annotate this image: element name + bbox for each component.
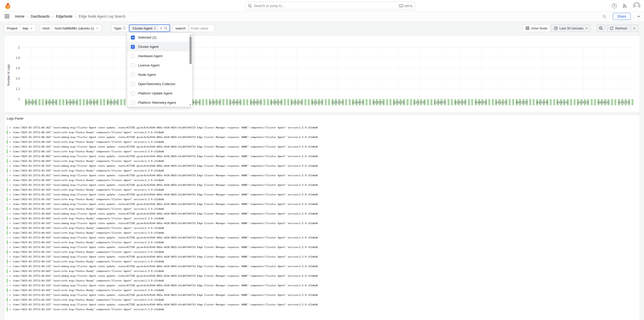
expand-chevron-icon[interactable]: > — [9, 188, 13, 191]
expand-chevron-icon[interactable]: > — [9, 227, 13, 229]
refresh-interval-chevron-icon[interactable] — [633, 27, 636, 30]
log-row[interactable]: >time="2025-03-25T13:05:24Z" level=info … — [7, 197, 638, 202]
expand-chevron-icon[interactable]: > — [9, 308, 13, 311]
checkbox-icon[interactable] — [131, 63, 135, 67]
checkbox-icon[interactable] — [131, 82, 135, 86]
search-input[interactable] — [254, 4, 397, 8]
log-row[interactable]: >time="2025-03-25T13:03:34Z" level=info … — [7, 297, 638, 302]
type-multiselect[interactable]: Cluster Agent × × — [129, 24, 170, 32]
dropdown-option[interactable]: License Agent — [127, 61, 192, 70]
search-value-input[interactable] — [189, 24, 215, 32]
expand-chevron-icon[interactable]: > — [9, 145, 13, 148]
scroll-up-icon[interactable]: ▲ — [189, 34, 191, 36]
share-button[interactable]: Share — [613, 13, 631, 20]
project-select[interactable]: itep — [20, 24, 36, 32]
expand-chevron-icon[interactable]: > — [9, 231, 13, 234]
global-search[interactable]: ctrl+k — [245, 2, 415, 10]
dropdown-option[interactable]: Node Agent — [127, 70, 192, 79]
log-row[interactable]: >time="2025-03-25T13:04:34Z" level=info … — [7, 240, 638, 245]
tag-remove-icon[interactable]: × — [154, 26, 156, 30]
expand-chevron-icon[interactable]: > — [9, 236, 13, 239]
expand-chevron-icon[interactable]: > — [9, 222, 13, 225]
log-row[interactable]: >time="2025-03-25T13:05:44Z" level=info … — [7, 178, 638, 183]
log-row[interactable]: >time="2025-03-25T13:06:26Z" level=debug… — [7, 135, 638, 139]
expand-chevron-icon[interactable]: > — [9, 126, 13, 129]
expand-chevron-icon[interactable]: > — [9, 294, 13, 296]
expand-chevron-icon[interactable]: > — [9, 136, 13, 138]
zoom-out-button[interactable] — [597, 24, 605, 32]
scroll-down-icon[interactable]: ▼ — [189, 104, 191, 106]
log-row[interactable]: >time="2025-03-25T13:06:14Z" level=info … — [7, 149, 638, 154]
log-row[interactable]: >time="2025-03-25T13:05:34Z" level=info … — [7, 187, 638, 192]
log-row[interactable]: >time="2025-03-25T13:03:42Z" level=debug… — [7, 293, 638, 297]
log-row[interactable]: >time="2025-03-25T13:04:23Z" level=debug… — [7, 254, 638, 259]
expand-chevron-icon[interactable]: > — [9, 169, 13, 172]
log-row[interactable]: >time="2025-03-25T13:04:03Z" level=debug… — [7, 273, 638, 278]
log-row[interactable]: >time="2025-03-25T13:06:06Z" level=debug… — [7, 154, 638, 159]
log-row[interactable]: >time="2025-03-25T13:04:24Z" level=info … — [7, 250, 638, 254]
dropdown-header-selected[interactable]: Selected (1) — [127, 33, 192, 42]
log-row[interactable]: >time="2025-03-25T13:03:53Z" level=debug… — [7, 283, 638, 288]
collapse-chevron-up-icon[interactable] — [637, 15, 640, 18]
checkbox-icon[interactable] — [131, 54, 135, 58]
expand-chevron-icon[interactable]: > — [9, 284, 13, 287]
expand-chevron-icon[interactable]: > — [9, 298, 13, 301]
breadcrumb-item[interactable]: Home — [15, 14, 24, 18]
log-row[interactable]: >time="2025-03-25T13:04:14Z" level=info … — [7, 259, 638, 264]
log-row[interactable]: >time="2025-03-25T13:04:33Z" level=debug… — [7, 245, 638, 250]
expand-chevron-icon[interactable]: > — [9, 265, 13, 268]
log-row[interactable]: >time="2025-03-25T13:04:44Z" level=info … — [7, 230, 638, 235]
grafana-logo-icon[interactable] — [5, 2, 12, 10]
log-row[interactable]: >time="2025-03-25T13:06:34Z" level=info … — [7, 130, 638, 135]
expand-chevron-icon[interactable]: > — [9, 140, 13, 143]
news-rss-icon[interactable] — [622, 3, 627, 8]
dropdown-option[interactable]: Cluster Agent — [127, 42, 192, 51]
host-select[interactable]: host-0a86b86c (ubuntu-1) — [52, 24, 101, 32]
expand-chevron-icon[interactable]: > — [9, 279, 13, 282]
clear-all-icon[interactable]: × — [160, 26, 162, 30]
log-row[interactable]: >time="2025-03-25T13:06:24Z" level=info … — [7, 139, 638, 144]
expand-chevron-icon[interactable]: > — [9, 255, 13, 258]
menu-hamburger-icon[interactable] — [5, 15, 10, 18]
log-row[interactable]: >time="2025-03-25T13:05:25Z" level=debug… — [7, 192, 638, 197]
expand-chevron-icon[interactable]: > — [9, 217, 13, 220]
expand-chevron-icon[interactable]: > — [9, 164, 13, 167]
time-range-picker[interactable]: Last 30 minutes — [551, 24, 591, 32]
expand-chevron-icon[interactable]: > — [9, 241, 13, 244]
expand-chevron-icon[interactable]: > — [9, 260, 13, 263]
expand-chevron-icon[interactable]: > — [9, 193, 13, 196]
expand-chevron-icon[interactable]: > — [9, 270, 13, 272]
expand-chevron-icon[interactable]: > — [9, 184, 13, 186]
log-row[interactable]: >time="2025-03-25T13:06:36Z" level=debug… — [7, 125, 638, 130]
refresh-button[interactable]: Refresh — [607, 24, 639, 32]
checkbox-icon[interactable] — [131, 73, 135, 77]
checkbox-icon[interactable] — [131, 101, 135, 105]
log-row[interactable]: >time="2025-03-25T13:03:44Z" level=info … — [7, 288, 638, 293]
expand-chevron-icon[interactable]: > — [9, 212, 13, 215]
expand-chevron-icon[interactable]: > — [9, 150, 13, 153]
breadcrumb-item[interactable]: EdgeNode — [56, 14, 72, 18]
user-avatar[interactable] — [633, 2, 640, 10]
dropdown-option[interactable]: Hardware Agent — [127, 51, 192, 61]
dropdown-option[interactable]: Platform Update Agent — [127, 89, 192, 98]
log-row[interactable]: >time="2025-03-25T13:04:44Z" level=debug… — [7, 235, 638, 240]
log-row[interactable]: >time="2025-03-25T13:03:24Z" level=info … — [7, 307, 638, 312]
expand-chevron-icon[interactable]: > — [9, 198, 13, 201]
expand-chevron-icon[interactable]: > — [9, 174, 13, 177]
log-row[interactable]: >time="2025-03-25T13:05:55Z" level=debug… — [7, 163, 638, 168]
expand-chevron-icon[interactable]: > — [9, 207, 13, 210]
log-row[interactable]: >time="2025-03-25T13:05:14Z" level=debug… — [7, 202, 638, 206]
log-row[interactable]: >time="2025-03-25T13:06:16Z" level=debug… — [7, 144, 638, 149]
log-row[interactable]: >time="2025-03-25T13:04:13Z" level=debug… — [7, 264, 638, 269]
checkbox-icon[interactable] — [131, 91, 135, 95]
log-row[interactable]: >time="2025-03-25T13:05:35Z" level=debug… — [7, 183, 638, 187]
log-row[interactable]: >time="2025-03-25T13:05:04Z" level=info … — [7, 216, 638, 221]
dropdown-option[interactable]: Platform Telemetry Agent — [127, 98, 192, 107]
expand-chevron-icon[interactable]: > — [9, 179, 13, 182]
favorite-star-icon[interactable]: ☆ — [602, 14, 607, 19]
dropdown-scrollbar[interactable] — [189, 37, 192, 103]
help-icon[interactable]: ? — [612, 3, 617, 8]
log-row[interactable]: >time="2025-03-25T13:05:45Z" level=debug… — [7, 173, 638, 178]
expand-chevron-icon[interactable]: > — [9, 203, 13, 205]
checkbox-checked-icon[interactable] — [131, 45, 135, 49]
